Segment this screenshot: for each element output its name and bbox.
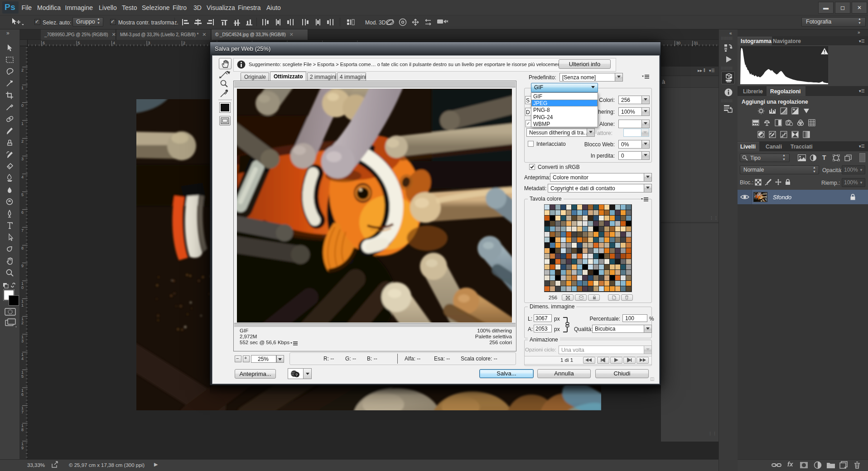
- svg-text:2: 2: [183, 41, 185, 45]
- svg-text:6: 6: [43, 41, 45, 45]
- svg-text:5: 5: [21, 192, 24, 197]
- svg-text:3: 3: [21, 339, 24, 343]
- svg-text:3: 3: [148, 41, 150, 45]
- svg-text:1: 1: [21, 303, 24, 308]
- svg-text:4: 4: [21, 356, 24, 361]
- svg-text:31: 31: [694, 41, 698, 45]
- svg-text:9: 9: [21, 264, 24, 268]
- svg-text:0: 0: [21, 285, 24, 290]
- svg-text:7: 7: [21, 228, 24, 233]
- svg-text:1: 1: [21, 86, 24, 90]
- svg-text:7: 7: [21, 410, 24, 414]
- svg-text:3: 3: [21, 157, 24, 161]
- svg-text:2: 2: [21, 321, 24, 325]
- svg-text:8: 8: [21, 246, 24, 250]
- svg-text:2: 2: [21, 139, 24, 144]
- svg-text:0: 0: [21, 103, 24, 108]
- svg-text:4: 4: [21, 175, 24, 179]
- svg-text:6: 6: [21, 392, 24, 397]
- svg-text:5: 5: [21, 374, 24, 379]
- svg-text:?: ?: [295, 373, 298, 377]
- svg-text:30: 30: [676, 41, 680, 45]
- svg-text:2: 2: [21, 68, 24, 72]
- svg-text:4: 4: [113, 41, 115, 45]
- svg-text:5: 5: [78, 41, 80, 45]
- svg-text:9: 9: [21, 446, 24, 450]
- svg-text:1: 1: [21, 121, 24, 126]
- svg-text:8: 8: [21, 428, 24, 432]
- svg-text:6: 6: [21, 210, 24, 215]
